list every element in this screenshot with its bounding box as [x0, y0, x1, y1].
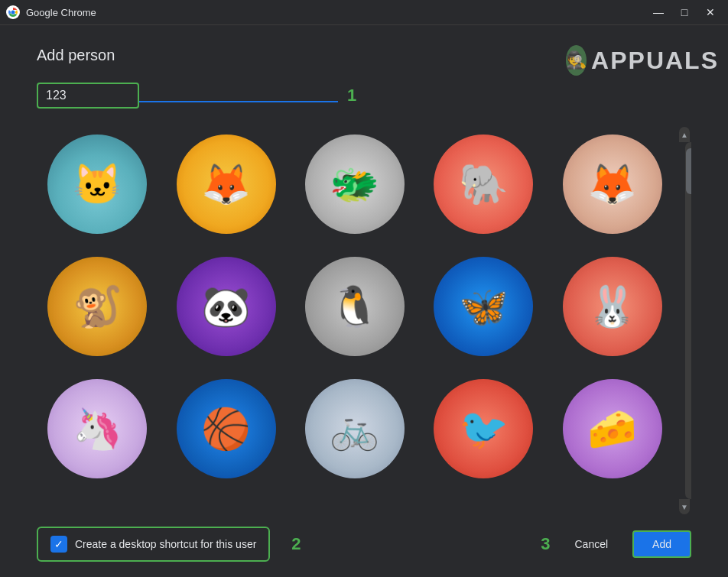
avatar-fox-pink[interactable]: 🦊	[563, 135, 662, 234]
avatar-fox-orange-icon: 🦊	[201, 135, 251, 234]
avatar-unicorn[interactable]: 🦄	[47, 379, 147, 478]
avatar-penguin-icon: 🐧	[330, 257, 379, 356]
title-bar: Google Chrome — □ ✕	[0, 0, 728, 25]
avatar-cheese-icon: 🧀	[587, 379, 637, 478]
cancel-button[interactable]: Cancel	[559, 532, 623, 556]
avatar-basketball[interactable]: 🏀	[177, 379, 276, 478]
bottom-area: ✓ Create a desktop shortcut for this use…	[37, 514, 691, 562]
avatar-grid-container: 🐱🦊🐲🐘🦊🐒🐼🐧🦋🐰🦄🏀🚲🐦🧀 ▲ ▼	[37, 127, 691, 514]
avatar-bird-icon: 🐦	[459, 379, 509, 478]
title-bar-controls: — □ ✕	[647, 3, 722, 21]
create-shortcut-label: Create a desktop shortcut for this user	[75, 538, 256, 550]
minimize-button[interactable]: —	[647, 3, 670, 21]
create-shortcut-checkbox[interactable]: ✓	[50, 536, 67, 553]
avatar-panda-icon: 🐼	[201, 257, 251, 356]
avatar-dragon-icon: 🐲	[330, 135, 379, 234]
avatar-bird[interactable]: 🐦	[434, 379, 533, 478]
maximize-button[interactable]: □	[673, 3, 696, 21]
avatar-butterfly-icon: 🦋	[459, 257, 509, 356]
avatar-bike[interactable]: 🚲	[305, 379, 405, 478]
avatar-cheese[interactable]: 🧀	[563, 379, 662, 478]
avatar-elephant[interactable]: 🐘	[434, 135, 533, 234]
scrollbar-track[interactable]	[685, 142, 691, 499]
avatar-rabbit[interactable]: 🐰	[563, 257, 662, 356]
scrollbar-thumb[interactable]	[686, 148, 691, 194]
avatar-monkey-icon: 🐒	[73, 257, 122, 356]
avatar-monkey[interactable]: 🐒	[47, 257, 147, 356]
dialog-content: 🕵️ APPUALS Add person 1 🐱🦊🐲🐘🦊🐒🐼🐧🦋🐰🦄🏀🚲🐦🧀 …	[0, 25, 728, 577]
scroll-up-button[interactable]: ▲	[679, 127, 690, 142]
scroll-down-button[interactable]: ▼	[679, 499, 690, 514]
avatar-basketball-icon: 🏀	[201, 379, 251, 478]
avatar-unicorn-icon: 🦄	[73, 379, 122, 478]
avatar-fox-pink-icon: 🦊	[587, 135, 637, 234]
avatar-panda[interactable]: 🐼	[177, 257, 276, 356]
avatar-elephant-icon: 🐘	[459, 135, 509, 234]
create-shortcut-checkbox-row[interactable]: ✓ Create a desktop shortcut for this use…	[37, 527, 270, 562]
name-input-wrapper[interactable]	[37, 83, 139, 109]
avatar-cat-icon: 🐱	[73, 135, 122, 234]
close-button[interactable]: ✕	[699, 3, 722, 21]
avatar-rabbit-icon: 🐰	[587, 257, 637, 356]
avatar-grid: 🐱🦊🐲🐘🦊🐒🐼🐧🦋🐰🦄🏀🚲🐦🧀	[37, 127, 679, 514]
step-3-label: 3	[541, 534, 550, 554]
watermark-icon: 🕵️	[566, 45, 587, 76]
avatar-penguin[interactable]: 🐧	[305, 257, 405, 356]
step-1-label: 1	[347, 86, 356, 105]
watermark: 🕵️ APPUALS	[575, 37, 728, 83]
name-input-underline	[139, 101, 338, 102]
name-input-row: 1	[37, 83, 691, 109]
add-button[interactable]: Add	[632, 530, 691, 558]
watermark-text: APPUALS	[591, 47, 719, 75]
title-bar-left: Google Chrome	[6, 5, 96, 19]
window-title: Google Chrome	[26, 7, 96, 18]
chrome-logo-icon	[6, 5, 20, 19]
dialog-buttons: 3 Cancel Add	[528, 530, 691, 558]
avatar-bike-icon: 🚲	[330, 379, 379, 478]
avatar-dragon[interactable]: 🐲	[305, 135, 405, 234]
scrollbar[interactable]: ▲ ▼	[679, 127, 691, 514]
avatar-fox-orange[interactable]: 🦊	[177, 135, 276, 234]
svg-point-2	[11, 11, 15, 15]
step-2-label: 2	[291, 534, 301, 554]
name-input[interactable]	[46, 89, 130, 102]
avatar-cat[interactable]: 🐱	[47, 135, 147, 234]
avatar-butterfly[interactable]: 🦋	[434, 257, 533, 356]
